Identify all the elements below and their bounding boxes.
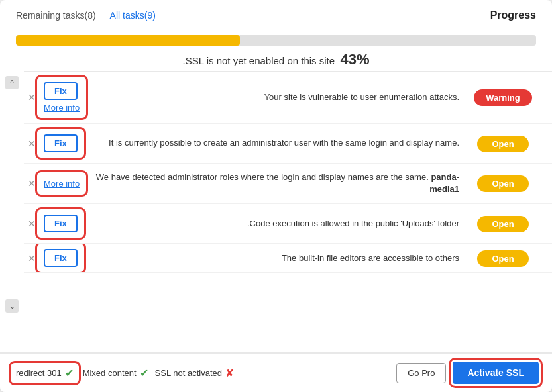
open-badge: Open	[477, 136, 528, 152]
progress-heading: Progress	[490, 9, 536, 21]
header-left: Remaining tasks(8) All tasks(9)	[16, 10, 156, 21]
progress-bar-background	[16, 35, 536, 46]
all-tasks-link[interactable]: All tasks(9)	[110, 10, 156, 21]
open-badge: Open	[477, 250, 528, 267]
remaining-tasks-label: Remaining tasks(8)	[16, 10, 96, 21]
tasks-container: ✕ Fix More info Your site is vulnerable …	[24, 71, 552, 273]
progress-description: .SSL is not yet enabled on this site 43%	[16, 46, 536, 71]
fix-button[interactable]: Fix	[44, 82, 78, 100]
fix-button[interactable]: Fix	[44, 134, 78, 152]
ssl-not-activated-status: SSL not activated ✘	[155, 367, 234, 379]
go-pro-button[interactable]: Go Pro	[396, 363, 446, 383]
table-row: ✕ Fix The built-in file editors are acce…	[24, 244, 552, 273]
task-description: .Code execution is allowed in the public…	[82, 218, 470, 230]
progress-bar-fill	[16, 35, 240, 46]
close-icon[interactable]: ✕	[24, 219, 40, 229]
task-status: Open	[470, 138, 536, 150]
close-icon[interactable]: ✕	[24, 253, 40, 264]
table-row: ✕ Fix .Code execution is allowed in the …	[24, 204, 552, 244]
redirect-check-icon: ✔	[65, 367, 74, 379]
fix-button[interactable]: Fix	[44, 215, 78, 232]
task-status: Open	[470, 177, 536, 189]
task-description: It is currently possible to create an ad…	[82, 137, 470, 149]
header: Remaining tasks(8) All tasks(9) Progress	[0, 0, 552, 28]
close-icon[interactable]: ✕	[24, 138, 40, 149]
table-row: ✕ Fix More info Your site is vulnerable …	[24, 72, 552, 124]
task-description: We have detected administrator roles whe…	[83, 172, 470, 195]
table-area: ^ ⌄ ✕ Fix More info Your site is vulnera…	[0, 71, 552, 352]
highlight-text: panda-media1	[429, 172, 459, 194]
fix-button[interactable]: Fix	[44, 249, 78, 267]
task-status: Open	[470, 252, 536, 264]
task-description: Your site is vulnerable to user enumerat…	[83, 91, 470, 103]
ssl-cross-icon: ✘	[225, 367, 234, 379]
scroll-down-arrow[interactable]: ⌄	[5, 299, 19, 313]
task-status: Open	[470, 218, 536, 230]
open-badge: Open	[477, 216, 528, 232]
warning-badge: Warning	[474, 89, 532, 106]
table-row: ✕ More info We have detected administrat…	[24, 164, 552, 204]
header-divider	[103, 10, 103, 21]
more-info-link[interactable]: More info	[44, 179, 80, 189]
activate-ssl-button[interactable]: Activate SSL	[453, 362, 539, 384]
close-icon[interactable]: ✕	[24, 178, 40, 189]
table-row: ✕ Fix It is currently possible to create…	[24, 124, 552, 164]
footer: redirect 301 ✔ Mixed content ✔ SSL not a…	[0, 352, 552, 392]
redirect-status: redirect 301 ✔	[13, 366, 76, 381]
mixed-content-check-icon: ✔	[140, 367, 148, 379]
open-badge: Open	[477, 175, 528, 192]
redirect-label: redirect 301	[16, 368, 62, 378]
main-card: Remaining tasks(8) All tasks(9) Progress…	[0, 0, 552, 392]
progress-section: .SSL is not yet enabled on this site 43%	[0, 28, 552, 71]
mixed-content-label: Mixed content	[83, 368, 137, 378]
task-status: Warning	[470, 91, 536, 103]
mixed-content-status: Mixed content ✔	[83, 367, 148, 379]
task-description: The built-in file editors are accessible…	[82, 252, 470, 264]
close-icon[interactable]: ✕	[24, 92, 40, 103]
progress-percent: 43%	[340, 51, 369, 68]
ssl-not-activated-label: SSL not activated	[155, 368, 222, 378]
more-info-link[interactable]: More info	[44, 103, 80, 113]
scroll-up-arrow[interactable]: ^	[5, 76, 19, 89]
